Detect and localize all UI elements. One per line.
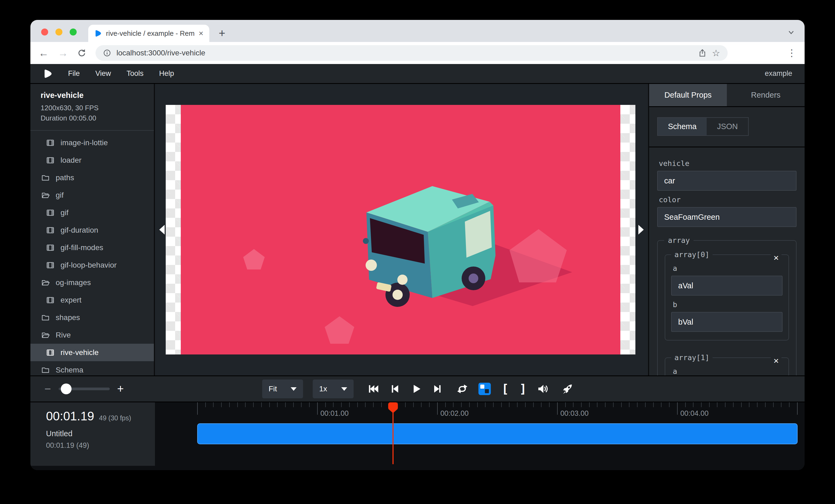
bookmark-star-icon[interactable]: ☆ [712,48,720,58]
sidebar-item-expert[interactable]: expert [30,291,154,309]
transparency-checkerboard-right [620,105,635,355]
preview-canvas [155,84,648,375]
collapse-left-panel-icon[interactable] [159,225,165,234]
playhead-line [392,413,393,464]
film-icon [46,244,55,252]
timeline-track-bar[interactable] [197,423,798,444]
main-area: rive-vehicle 1200x630, 30 FPS Duration 0… [30,84,805,375]
zoom-in-button[interactable]: + [117,382,124,395]
close-window-button[interactable] [41,28,48,36]
film-icon [46,208,55,217]
site-info-icon[interactable] [103,49,111,57]
remove-array-item-0-icon[interactable]: × [771,252,781,263]
skip-to-end-button[interactable] [432,383,443,394]
reload-button[interactable] [77,48,86,58]
sidebar-folder-shapes[interactable]: shapes [30,309,154,326]
tab-renders[interactable]: Renders [727,84,805,106]
animation-stage [181,105,620,355]
url-text[interactable]: localhost:3000/rive-vehicle [117,49,693,57]
play-button[interactable] [411,383,422,394]
share-icon[interactable] [698,49,707,57]
folder-open-icon [41,331,50,339]
vehicle-input[interactable] [657,171,796,191]
schema-json-toggle: Schema JSON [657,117,749,136]
address-bar[interactable]: localhost:3000/rive-vehicle ☆ [96,45,728,61]
sidebar-item-gif-duration[interactable]: gif-duration [30,221,154,239]
props-form: vehicle color array array[0] × a b [649,147,805,375]
sidebar-folder-gif[interactable]: gif [30,186,154,204]
remove-array-item-1-icon[interactable]: × [771,355,781,366]
fit-dropdown[interactable]: Fit [262,379,303,398]
skip-to-start-button[interactable] [368,383,379,394]
color-input[interactable] [657,207,796,227]
sidebar-item-gif[interactable]: gif [30,204,154,221]
back-button[interactable]: ← [39,47,49,59]
set-in-point-button[interactable]: [ [502,383,509,395]
sidebar-item-gif-loop-behavior[interactable]: gif-loop-behavior [30,256,154,274]
sidebar-folder-og-images[interactable]: og-images [30,274,154,291]
render-rocket-icon[interactable] [562,383,573,394]
timeline-ruler[interactable]: 00:01.00 00:02.00 00:03.00 00:04.00 [155,402,805,420]
playback-speed-dropdown[interactable]: 1x [313,379,354,398]
sidebar-item-loader[interactable]: loader [30,151,154,169]
browser-toolbar: ← → localhost:3000/rive-vehicle ☆ ⋮ [30,42,805,64]
browser-tab[interactable]: rive-vehicle / example - Remoti × [88,25,209,42]
film-icon [46,139,55,147]
tab-search-chevron-icon[interactable] [787,28,795,37]
loop-toggle-icon[interactable] [457,383,468,394]
zoom-slider[interactable] [59,387,110,390]
field-label-color: color [659,195,795,204]
folder-open-icon [41,191,50,200]
folder-icon [41,313,50,322]
sidebar-item-rive-vehicle[interactable]: rive-vehicle [30,344,154,361]
array-fieldset: array array[0] × a b array[1] × a [657,236,796,375]
folder-open-icon [41,278,50,287]
toggle-json[interactable]: JSON [707,118,748,135]
zoom-out-button[interactable]: − [44,382,51,395]
sidebar-folder-rive[interactable]: Rive [30,326,154,344]
array-0-b-input[interactable] [671,312,782,332]
tab-default-props[interactable]: Default Props [649,84,727,106]
film-icon [46,156,55,165]
browser-menu-icon[interactable]: ⋮ [787,47,796,59]
remotion-logo-icon[interactable] [43,69,53,79]
window-controls[interactable] [41,28,77,36]
menu-file[interactable]: File [68,69,80,78]
array-legend: array [664,236,693,245]
menu-tools[interactable]: Tools [127,69,144,78]
film-icon [46,226,55,234]
set-out-point-button[interactable]: ] [520,383,527,395]
timeline-tracks-area[interactable]: 00:01.00 00:02.00 00:03.00 00:04.00 [155,402,805,470]
sidebar-item-label: Schema [56,366,83,374]
composition-title: rive-vehicle [41,91,144,100]
previous-frame-button[interactable] [389,383,400,394]
fullscreen-window-button[interactable] [70,28,77,36]
toggle-schema[interactable]: Schema [658,118,707,135]
sidebar-item-image-in-lottie[interactable]: image-in-lottie [30,134,154,151]
sidebar-item-label: gif [56,191,64,200]
sidebar-item-gif-fill-modes[interactable]: gif-fill-modes [30,239,154,256]
menu-view[interactable]: View [96,69,111,78]
sidebar-item-label: image-in-lottie [61,139,108,147]
menu-help[interactable]: Help [159,69,174,78]
zoom-slider-thumb[interactable] [61,383,72,394]
new-tab-button[interactable]: + [219,27,225,40]
sidebar-item-label: loader [61,156,82,165]
array-0-a-input[interactable] [671,276,782,296]
track-name[interactable]: Untitled [46,429,155,438]
composition-list: image-in-lottie loader paths gif gif gif… [30,131,154,375]
volume-icon[interactable] [537,383,548,394]
compositions-sidebar: rive-vehicle 1200x630, 30 FPS Duration 0… [30,84,155,375]
current-timecode: 00:01.19 [46,409,94,423]
transparency-toggle-active[interactable] [478,383,491,395]
collapse-right-panel-icon[interactable] [638,225,644,234]
sidebar-folder-paths[interactable]: paths [30,169,154,186]
speed-dropdown-value: 1x [319,384,327,393]
sidebar-folder-schema[interactable]: Schema [30,361,154,375]
playhead-handle[interactable] [388,402,398,409]
minimize-window-button[interactable] [56,28,62,36]
chevron-down-icon [341,387,347,391]
forward-button[interactable]: → [58,47,68,59]
film-icon [46,348,55,357]
close-tab-icon[interactable]: × [199,29,203,37]
